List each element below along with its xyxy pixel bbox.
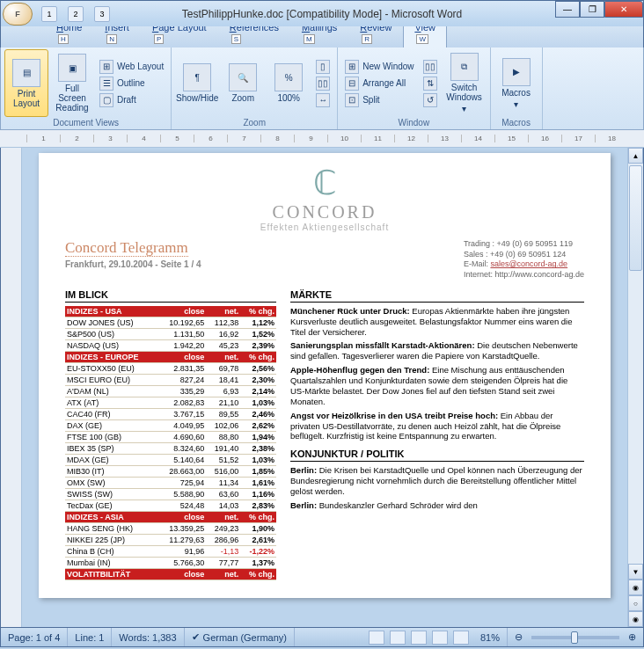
- split-icon: ⊡: [345, 93, 359, 107]
- sync-scroll-button[interactable]: ⇅: [420, 76, 441, 91]
- new-window-icon: ⊞: [345, 60, 359, 74]
- view-fullscreen-button[interactable]: [390, 631, 406, 645]
- contact-block: Trading : +49 (0) 69 50951 119 Sales : +…: [464, 239, 584, 281]
- showhide-button[interactable]: ¶Show/Hide: [175, 49, 219, 117]
- table-row: DAX (GE)4.049,95102,062,62%: [65, 419, 276, 431]
- table-row: A'DAM (NL)335,296,932,14%: [65, 385, 276, 397]
- one-page-button[interactable]: ▯: [312, 59, 333, 75]
- zoom-out-button[interactable]: ⊖: [515, 631, 523, 643]
- scroll-down-button[interactable]: ▼: [628, 564, 643, 580]
- two-pages-button[interactable]: ▯▯: [312, 76, 333, 91]
- article: Angst vor Heizölkrise in den USA treibt …: [290, 411, 584, 442]
- index-table: INDIZES - USAclosenet.% chg.DOW JONES (U…: [65, 306, 276, 580]
- article: Sanierungsplan missfällt Karstadt-Aktion…: [290, 340, 584, 361]
- draft-icon: ▢: [99, 93, 113, 107]
- prev-page-button[interactable]: ◉: [628, 580, 643, 595]
- table-header: VOLATITBILITÄTclosenet.% chg.: [65, 568, 276, 580]
- side-by-side-button[interactable]: ▯▯: [420, 59, 441, 75]
- one-page-icon: ▯: [316, 60, 330, 74]
- scroll-thumb[interactable]: [629, 165, 642, 271]
- table-row: EU-STOXX50 (EU)2.831,3569,782,56%: [65, 362, 276, 374]
- split-button[interactable]: ⊡Split: [341, 92, 417, 108]
- zoom-level[interactable]: 81%: [473, 628, 508, 646]
- scroll-up-button[interactable]: ▲: [628, 148, 643, 164]
- maximize-button[interactable]: ❐: [580, 1, 604, 18]
- article: Berlin: Die Krisen bei KarstadtQuelle un…: [290, 465, 584, 497]
- table-row: MDAX (GE)5.140,6451,521,03%: [65, 454, 276, 465]
- next-page-button[interactable]: ◉: [628, 611, 643, 627]
- section-konjunktur: KONJUNKTUR / POLITIK: [290, 448, 584, 462]
- draft-button[interactable]: ▢Draft: [96, 92, 167, 108]
- two-pages-icon: ▯▯: [316, 77, 330, 91]
- vertical-scrollbar[interactable]: ▲ ▼ ◉ ○ ◉: [627, 148, 643, 627]
- table-row: IBEX 35 (SP)8.324,60191,402,38%: [65, 442, 276, 454]
- sync-icon: ⇅: [423, 77, 437, 91]
- web-layout-button[interactable]: ⊞Web Layout: [96, 59, 167, 75]
- arrange-icon: ⊟: [345, 77, 359, 91]
- zoom-in-button[interactable]: ⊕: [628, 631, 636, 643]
- view-draft-button[interactable]: [453, 631, 469, 645]
- table-header: INDIZES - ASIAclosenet.% chg.: [65, 511, 276, 522]
- web-icon: ⊞: [99, 60, 113, 74]
- zoom-thumb[interactable]: [571, 631, 578, 644]
- browse-object-button[interactable]: ○: [628, 595, 643, 611]
- minimize-button[interactable]: —: [555, 1, 580, 18]
- vertical-ruler[interactable]: [1, 148, 22, 627]
- view-web-button[interactable]: [411, 631, 427, 645]
- new-window-button[interactable]: ⊞New Window: [341, 59, 417, 75]
- table-row: NIKKEI 225 (JP)11.279,63286,962,61%: [65, 534, 276, 545]
- horizontal-ruler[interactable]: 123456789101112131415161718: [0, 130, 644, 148]
- table-row: China B (CH)91,96-1,13-1,22%: [65, 545, 276, 557]
- zoom-button[interactable]: 🔍Zoom: [221, 49, 265, 117]
- logo-subtitle: Effekten Aktiengesellschaft: [65, 222, 584, 232]
- sidebyside-icon: ▯▯: [423, 60, 437, 74]
- qat-item[interactable]: 3: [94, 6, 110, 22]
- close-button[interactable]: ✕: [604, 1, 643, 18]
- page[interactable]: ℂ CONCORD Effekten Aktiengesellschaft Co…: [39, 153, 611, 598]
- table-row: CAC40 (FR)3.767,1589,552,46%: [65, 408, 276, 419]
- view-print-button[interactable]: [369, 631, 384, 645]
- doc-title: Concord Telegramm: [65, 239, 188, 257]
- macros-icon: ▶: [502, 58, 531, 86]
- table-row: TecDax (GE)524,4814,032,83%: [65, 500, 276, 511]
- status-language[interactable]: ✔German (Germany): [185, 628, 295, 646]
- print-layout-icon: ▤: [12, 59, 40, 87]
- reset-icon: ↺: [423, 93, 437, 107]
- view-outline-button[interactable]: [432, 631, 448, 645]
- qat-item[interactable]: 1: [41, 6, 57, 22]
- macros-button[interactable]: ▶Macros ▾: [494, 49, 538, 117]
- arrange-all-button[interactable]: ⊟Arrange All: [341, 76, 417, 91]
- zoom-100-button[interactable]: %100%: [267, 49, 311, 117]
- office-button[interactable]: F: [3, 3, 33, 26]
- doc-dateline: Frankfurt, 29.10.2004 - Seite 1 / 4: [65, 259, 201, 269]
- logo: ℂ CONCORD Effekten Aktiengesellschaft: [65, 164, 584, 232]
- titlebar: F 1 2 3 TestPhilippHunke.doc [Compatibil…: [0, 0, 644, 26]
- section-markte: MÄRKTE: [290, 289, 584, 303]
- ribbon-tabs: HomeHInsertNPage LayoutPReferencesSMaili…: [0, 26, 644, 47]
- group-label: Macros: [494, 117, 538, 128]
- status-page[interactable]: Page: 1 of 4: [1, 628, 68, 646]
- scroll-track[interactable]: [628, 164, 643, 564]
- showhide-icon: ¶: [183, 63, 211, 91]
- status-words[interactable]: Words: 1,383: [112, 628, 184, 646]
- print-layout-button[interactable]: ▤ Print Layout: [4, 49, 48, 117]
- page-width-button[interactable]: ↔: [312, 92, 333, 108]
- status-line[interactable]: Line: 1: [68, 628, 112, 646]
- document-scroll[interactable]: ℂ CONCORD Effekten Aktiengesellschaft Co…: [22, 148, 627, 627]
- reset-window-button[interactable]: ↺: [420, 92, 441, 108]
- page-width-icon: ↔: [316, 93, 330, 107]
- table-row: OMX (SW)725,9411,341,61%: [65, 477, 276, 488]
- switch-windows-button[interactable]: ⧉Switch Windows ▾: [443, 49, 487, 117]
- group-label: Window: [341, 117, 486, 128]
- spell-icon: ✔: [192, 631, 200, 643]
- switch-icon: ⧉: [450, 53, 479, 81]
- table-row: SWISS (SW)5.588,9063,601,16%: [65, 488, 276, 500]
- zoom-slider[interactable]: [531, 636, 619, 639]
- fullscreen-reading-button[interactable]: ▣ Full Screen Reading: [50, 49, 94, 117]
- table-row: MIB30 (IT)28.663,00516,001,85%: [65, 465, 276, 477]
- outline-button[interactable]: ☰Outline: [96, 76, 167, 91]
- group-label: Zoom: [175, 117, 333, 128]
- qat-item[interactable]: 2: [68, 6, 84, 22]
- logo-icon: ℂ: [65, 164, 584, 202]
- hundred-icon: %: [274, 63, 303, 91]
